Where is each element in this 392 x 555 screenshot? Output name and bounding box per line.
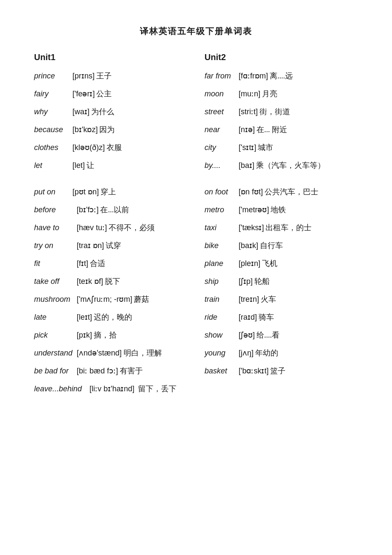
- vocab-row: before [bɪ'fɔː] 在...以前 metro ['metrəʊ] 地…: [34, 205, 358, 215]
- meaning: 火车: [261, 294, 276, 304]
- meaning: 摘，拾: [94, 330, 117, 340]
- phonetic: [raɪd]: [239, 312, 257, 322]
- meaning: 公共汽车，巴士: [265, 187, 318, 197]
- word: fit: [34, 259, 77, 268]
- word: try on: [34, 241, 77, 250]
- word: take off: [34, 277, 77, 286]
- meaning: 在...以前: [100, 205, 129, 215]
- phonetic: [ʌndə'stænd]: [77, 348, 122, 358]
- phonetic: [leɪt]: [77, 312, 92, 322]
- word: be bad for: [34, 367, 77, 376]
- phonetic: [muːn]: [239, 89, 260, 98]
- word: on foot: [205, 188, 239, 197]
- word: near: [205, 125, 239, 134]
- meaning: 城市: [258, 142, 273, 153]
- meaning: 因为: [99, 124, 115, 135]
- vocab-row: be bad for [biː bæd fɔː] 有害于 basket ['bɑ…: [34, 366, 358, 376]
- phonetic: [liːv bɪ'haɪnd]: [89, 384, 135, 393]
- word: by....: [205, 161, 239, 170]
- meaning: 迟的，晚的: [94, 312, 132, 322]
- vocab-row: late [leɪt] 迟的，晚的 ride [raɪd] 骑车: [34, 312, 358, 322]
- meaning: 自行车: [260, 240, 283, 251]
- phonetic: ['sɪtɪ]: [239, 143, 256, 152]
- vocab-row: because [bɪ'kɒz] 因为 near [nɪə] 在... 附近: [34, 124, 358, 135]
- phonetic: [fɑːfrɒm]: [239, 71, 268, 81]
- phonetic: [striːt]: [239, 107, 258, 116]
- meaning: 蘑菇: [134, 294, 149, 304]
- phonetic: [hæv tuː]: [77, 223, 107, 232]
- phonetic: [biː bæd fɔː]: [77, 366, 118, 376]
- phonetic: [bɪ'fɔː]: [77, 205, 98, 214]
- word: late: [34, 313, 77, 322]
- meaning: 脱下: [105, 276, 120, 286]
- vocab-row: understand [ʌndə'stænd] 明白，理解 young [jʌŋ…: [34, 348, 358, 358]
- meaning: 街，街道: [259, 107, 290, 117]
- meaning: 月亮: [262, 89, 277, 99]
- vocab-row: pick [pɪk] 摘，拾 show [ʃəʊ] 给....看: [34, 330, 358, 340]
- phonetic: [let]: [72, 161, 85, 170]
- meaning: 年幼的: [255, 348, 278, 358]
- word: let: [34, 161, 72, 170]
- phonetic: [prɪns]: [72, 71, 95, 81]
- phonetic: [nɪə]: [239, 125, 255, 134]
- meaning: 在... 附近: [257, 124, 287, 135]
- meaning: 骑车: [259, 312, 274, 322]
- vocab-section-1: prince [prɪns] 王子 far from [fɑːfrɒm] 离..…: [34, 71, 358, 171]
- vocab-row: clothes [kləʊ(ð)z] 衣服 city ['sɪtɪ] 城市: [34, 142, 358, 153]
- meaning: 衣服: [107, 142, 122, 153]
- meaning: 为什么: [91, 107, 114, 117]
- word: fairy: [34, 90, 72, 98]
- word: ship: [205, 277, 239, 286]
- meaning: 穿上: [101, 187, 116, 197]
- word: pick: [34, 331, 77, 340]
- vocab-row: have to [hæv tuː] 不得不，必须 taxi ['tæksɪ] 出…: [34, 223, 358, 233]
- word: prince: [34, 72, 72, 81]
- word: ride: [205, 313, 239, 322]
- phonetic: [pɪk]: [77, 330, 92, 340]
- meaning: 出租车，的士: [265, 223, 311, 233]
- phonetic: [ɒn fʊt]: [239, 187, 263, 197]
- phonetic: ['bɑːskɪt]: [239, 366, 268, 376]
- phonetic: [teɪk ɒf]: [77, 277, 103, 286]
- meaning: 公主: [96, 89, 112, 99]
- vocab-row: prince [prɪns] 王子 far from [fɑːfrɒm] 离..…: [34, 71, 358, 81]
- word: moon: [205, 90, 239, 98]
- meaning: 有害于: [120, 366, 143, 376]
- meaning: 合适: [90, 258, 105, 269]
- phonetic: [ʃəʊ]: [239, 330, 255, 340]
- meaning: 不得不，必须: [109, 223, 155, 233]
- meaning: 飞机: [262, 258, 277, 269]
- phonetic: [pleɪn]: [239, 259, 260, 268]
- word: show: [205, 331, 239, 340]
- word: before: [34, 205, 77, 214]
- vocab-row: mushroom ['mʌʃruːm; -rʊm] 蘑菇 train [treɪ…: [34, 294, 358, 304]
- meaning: 让: [86, 160, 94, 171]
- word: bike: [205, 241, 239, 250]
- phonetic: [fɪt]: [77, 259, 88, 268]
- last-row: leave...behind [liːv bɪ'haɪnd] 留下，丢下: [34, 384, 358, 394]
- phonetic: [baɪk]: [239, 241, 258, 250]
- vocab-row: try on [traɪ ɒn] 试穿 bike [baɪk] 自行车: [34, 240, 358, 251]
- word: clothes: [34, 143, 72, 152]
- meaning: 轮船: [254, 276, 270, 286]
- word: basket: [205, 367, 239, 376]
- meaning: 地铁: [271, 205, 286, 215]
- vocab-row: take off [teɪk ɒf] 脱下 ship [ʃɪp] 轮船: [34, 276, 358, 286]
- phonetic: ['tæksɪ]: [239, 223, 264, 232]
- vocab-row: fairy ['feərɪ] 公主 moon [muːn] 月亮: [34, 89, 358, 99]
- word: plane: [205, 259, 239, 268]
- word: taxi: [205, 223, 239, 232]
- word: put on: [34, 188, 72, 197]
- word: why: [34, 107, 72, 116]
- word: understand: [34, 349, 77, 358]
- phonetic: [bɪ'kɒz]: [72, 125, 98, 134]
- phonetic: [waɪ]: [72, 107, 89, 116]
- word: street: [205, 107, 239, 116]
- word: far from: [205, 72, 239, 81]
- word: young: [205, 349, 239, 358]
- vocab-section-2: before [bɪ'fɔː] 在...以前 metro ['metrəʊ] 地…: [34, 205, 358, 376]
- meaning: 给....看: [257, 330, 280, 340]
- word: have to: [34, 223, 77, 232]
- unit1-header: Unit1: [34, 52, 196, 62]
- phonetic: [traɪ ɒn]: [77, 241, 104, 250]
